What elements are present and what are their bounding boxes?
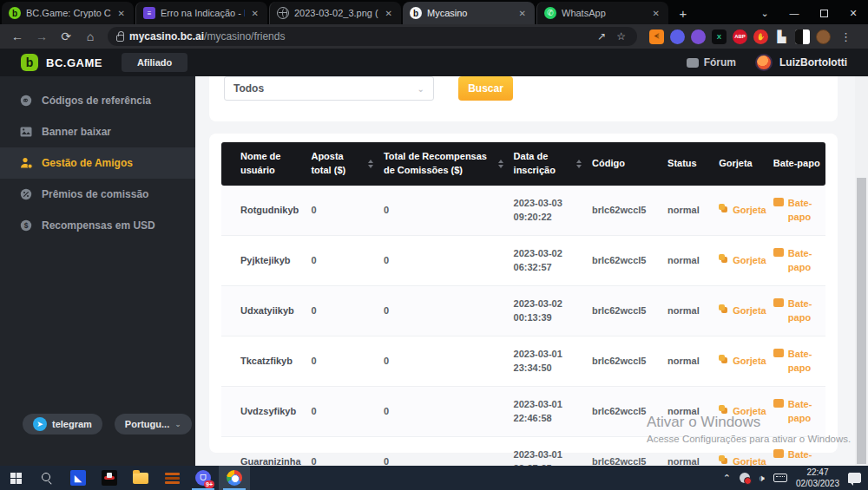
tip-button[interactable]: Gorjeta	[719, 253, 763, 268]
clock-time: 22:47	[796, 467, 839, 478]
purple-wallet-extension-icon[interactable]	[670, 29, 685, 44]
sidebar-item-referral-codes[interactable]: Códigos de referência	[0, 85, 195, 116]
cell-bet: 0	[306, 186, 378, 236]
chat-button[interactable]: Bate-papo	[773, 246, 820, 275]
sidebar-item-banner-download[interactable]: Banner baixar	[0, 116, 195, 147]
taskbar-file-explorer[interactable]	[125, 466, 156, 490]
sidebar-item-label: Códigos de referência	[42, 95, 151, 107]
adblock-plus-icon[interactable]: ABP	[733, 29, 747, 44]
language-label: Portugu...	[125, 419, 169, 429]
forum-link[interactable]: Fórum	[687, 56, 736, 69]
search-button[interactable]: Buscar	[458, 76, 513, 101]
sidebar-item-usd-rewards[interactable]: $ Recompensas em USD	[0, 210, 195, 241]
tab-close-icon[interactable]: ✕	[651, 9, 661, 18]
extensions-puzzle-icon[interactable]: ▙	[774, 29, 789, 44]
sort-icon[interactable]	[576, 160, 582, 168]
taskbar-amd-app[interactable]: ◣	[62, 466, 94, 490]
tip-button[interactable]: Gorjeta	[719, 354, 763, 369]
sidebar-item-friends-management[interactable]: Gestão de Amigos	[0, 147, 195, 179]
browser-tab[interactable]: 2023-03-02_3.png (1024×76 ✕	[269, 2, 401, 24]
taskbar-search-button[interactable]	[31, 466, 62, 490]
cell-username: Guaranizinha	[221, 436, 306, 466]
chat-button[interactable]: Bate-papo	[773, 448, 820, 466]
chat-button[interactable]: Bate-papo	[773, 196, 820, 225]
affiliate-nav-button[interactable]: Afiliado	[122, 53, 187, 72]
discord-icon: ᗜ9+	[195, 470, 211, 486]
window-minimize-button[interactable]: —	[779, 2, 809, 24]
chat-icon	[773, 449, 784, 458]
page-scrollbar[interactable]	[855, 76, 868, 466]
window-close-button[interactable]: ✕	[838, 2, 868, 24]
sidebar-item-label: Gestão de Amigos	[42, 157, 133, 169]
username-label[interactable]: LuizBortolotti	[779, 56, 847, 69]
cell-signup-date: 2023-03-0200:13:39	[509, 285, 587, 336]
browser-toolbar: ← → ⟳ ⌂ mycasino.bc.ai/mycasino/friends …	[0, 24, 868, 49]
profile-avatar[interactable]	[816, 29, 831, 44]
sort-icon[interactable]	[368, 160, 373, 168]
home-icon[interactable]: ⌂	[80, 26, 101, 47]
metamask-extension-icon[interactable]: ᗕ	[649, 29, 664, 44]
bw-extension-icon[interactable]	[795, 29, 810, 44]
chat-button[interactable]: Bate-papo	[773, 347, 820, 376]
browser-menu-icon[interactable]: ⋮	[837, 30, 855, 43]
sort-icon[interactable]	[498, 160, 503, 168]
select-value: Todos	[233, 82, 264, 95]
windows-logo-icon	[10, 473, 22, 484]
keyboard-icon[interactable]	[773, 474, 787, 482]
window-restore-button[interactable]	[809, 2, 838, 24]
tab-close-icon[interactable]: ✕	[384, 9, 394, 18]
notification-center-icon[interactable]	[848, 473, 861, 483]
reload-icon[interactable]: ⟳	[56, 26, 76, 47]
cell-signup-date: 2023-03-0206:32:57	[509, 235, 587, 285]
col-commission-total[interactable]: Total de Recompensas de Comissões ($)	[378, 142, 509, 186]
tray-status-icon[interactable]	[740, 473, 750, 483]
forward-icon[interactable]: →	[31, 26, 52, 47]
tab-close-icon[interactable]: ✕	[250, 9, 260, 18]
cell-bet: 0	[306, 336, 378, 386]
cell-code: brlc62wccl5	[587, 285, 662, 336]
table-row: Tkcatzfikyb 0 0 2023-03-0123:34:50 brlc6…	[221, 336, 825, 386]
col-signup-date[interactable]: Data de inscrição	[509, 142, 587, 186]
browser-tab[interactable]: b BC.Game: Crypto Casino Gam ✕	[2, 2, 134, 24]
volume-icon[interactable]: 🕩	[759, 473, 765, 484]
start-button[interactable]	[0, 466, 31, 490]
col-status: Status	[662, 142, 713, 186]
browser-tab[interactable]: ≡ Erro na Indicação - BC.Game ✕	[135, 2, 267, 24]
tab-search-chevron-icon[interactable]: ⌄	[750, 2, 779, 24]
tab-close-icon[interactable]: ✕	[116, 9, 127, 18]
bookmark-star-icon[interactable]: ☆	[614, 30, 628, 42]
share-icon[interactable]: ↗	[595, 30, 608, 42]
tray-chevron-up-icon[interactable]: ⌃	[723, 473, 731, 484]
back-icon[interactable]: ←	[7, 26, 28, 47]
sidebar: Códigos de referência Banner baixar Gest…	[0, 76, 195, 466]
col-tip: Gorjeta	[713, 142, 768, 186]
tip-button[interactable]: Gorjeta	[719, 203, 763, 218]
taskbar-striped-app[interactable]	[156, 466, 187, 490]
language-selector[interactable]: Portugu... ⌄	[115, 414, 192, 434]
address-bar[interactable]: mycasino.bc.ai/mycasino/friends ↗ ☆	[108, 27, 637, 46]
tab-close-icon[interactable]: ✕	[517, 9, 528, 18]
tip-button[interactable]: Gorjeta	[719, 454, 763, 466]
col-bet-total[interactable]: Aposta total ($)	[306, 142, 378, 186]
chat-button[interactable]: Bate-papo	[773, 297, 820, 325]
browser-tab[interactable]: ✆ WhatsApp ✕	[536, 2, 668, 24]
browser-tab-active[interactable]: b Mycasino ✕	[403, 2, 535, 24]
user-avatar[interactable]	[755, 54, 773, 71]
x-extension-icon[interactable]: X	[712, 29, 727, 44]
telegram-button[interactable]: ➤ telegram	[23, 414, 102, 434]
coin-icon	[719, 455, 728, 465]
taskbar-game-app[interactable]	[94, 466, 125, 490]
purple-extension-icon[interactable]	[691, 29, 706, 44]
bcgame-logo-icon[interactable]: b	[21, 54, 38, 71]
friend-type-select[interactable]: Todos ⌄	[224, 76, 434, 101]
sidebar-item-commission-rewards[interactable]: Prêmios de comissão	[0, 179, 195, 210]
tip-button[interactable]: Gorjeta	[719, 304, 763, 318]
taskbar-clock[interactable]: 22:47 02/03/2023	[796, 467, 839, 489]
taskbar-discord[interactable]: ᗜ9+	[187, 466, 219, 490]
scrollbar-thumb[interactable]	[857, 178, 866, 464]
taskbar-chrome[interactable]	[219, 466, 250, 490]
cell-username: Udxatyiikyb	[221, 285, 306, 336]
striped-app-icon	[165, 471, 180, 486]
new-tab-button[interactable]: +	[672, 2, 694, 24]
blocker-hand-icon[interactable]: ✋	[753, 29, 768, 44]
